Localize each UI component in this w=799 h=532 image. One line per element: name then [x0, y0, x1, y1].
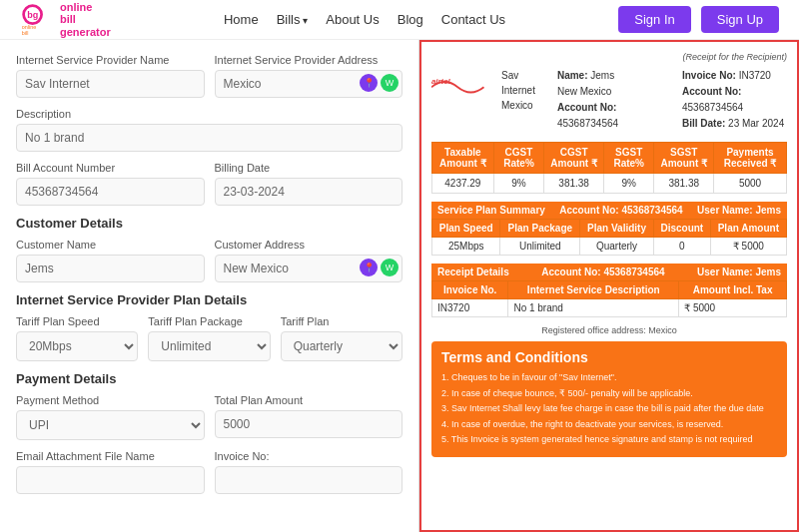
tariff-package-label: Tariff Plan Package [148, 315, 270, 327]
whatsapp-icon[interactable]: W [381, 74, 399, 92]
tax-col-taxable: Taxable Amount ₹ [432, 143, 494, 174]
payment-section-title: Payment Details [16, 371, 402, 386]
location-icon-2[interactable]: 📍 [360, 259, 378, 276]
tax-sgst-rate: 9% [603, 174, 653, 194]
receipt-customer-city: New Mexico [557, 84, 662, 100]
invoice-input[interactable] [215, 466, 403, 494]
tax-cgst-rate: 9% [493, 174, 544, 194]
receipt-account-label: Account No: [682, 86, 741, 97]
tax-table-row: 4237.29 9% 381.38 9% 381.38 5000 [432, 174, 787, 194]
site-header: bg online bill online bill generator Hom… [0, 0, 799, 40]
receipt-invoice-info: Invoice No: IN3720 Account No: 453687345… [682, 68, 787, 132]
total-amount-label: Total Plan Amount [215, 394, 403, 406]
plan-amount: ₹ 5000 [710, 238, 786, 256]
email-invoice-row: Email Attachment File Name Invoice No: [16, 450, 402, 494]
customer-address-icons: 📍 W [360, 259, 399, 276]
isp-name-input[interactable] [16, 70, 205, 98]
tariff-plan-select[interactable]: Quarterly [281, 331, 402, 361]
rd-description: No 1 brand [508, 299, 679, 317]
nav-about[interactable]: About Us [326, 12, 379, 27]
isp-address-icons: 📍 W [360, 74, 399, 92]
tax-cgst-amount: 381.38 [544, 174, 604, 194]
receipt-details-header-row: Invoice No. Internet Service Description… [432, 281, 787, 299]
svg-text:online: online [22, 24, 36, 30]
customer-section-title: Customer Details [16, 216, 402, 231]
receipt-details-table: Invoice No. Internet Service Description… [431, 280, 787, 317]
tariff-plan-label: Tariff Plan [281, 315, 402, 327]
tax-col-cgst-amount: CGST Amount ₹ [544, 143, 604, 174]
plan-table-header-row: Plan Speed Plan Package Plan Validity Di… [432, 220, 787, 238]
terms-title: Terms and Conditions [441, 349, 777, 365]
receipt-details-row: IN3720 No 1 brand ₹ 5000 [432, 299, 787, 317]
receipt-details-header: Receipt Details Account No: 45368734564 … [431, 264, 787, 280]
receipt-bill-date-label: Bill Date: [682, 118, 725, 129]
receipt-details-account: Account No: 45368734564 [541, 266, 664, 277]
tariff-speed-group: Tariff Plan Speed 20Mbps [16, 315, 138, 361]
receipt-account-no: 45368734564 [682, 102, 743, 113]
terms-item-5: 5. This Invoice is system generated henc… [441, 433, 777, 446]
payment-method-select[interactable]: UPI [16, 410, 205, 440]
receipt-customer-name-row: Name: Jems [557, 68, 662, 84]
tax-taxable: 4237.29 [432, 174, 494, 194]
signup-button[interactable]: Sign Up [701, 6, 779, 33]
payment-method-label: Payment Method [16, 394, 205, 406]
whatsapp-icon-2[interactable]: W [381, 259, 399, 276]
rd-col-amount: Amount Incl. Tax [679, 281, 787, 299]
service-plan-header: Service Plan Summary Account No: 4536873… [431, 202, 787, 219]
tariff-package-select[interactable]: Unlimited [148, 331, 270, 361]
plan-col-discount: Discount [653, 220, 710, 238]
tax-table-header-row: Taxable Amount ₹ CGST Rate% CGST Amount … [432, 143, 787, 174]
email-input[interactable] [16, 466, 205, 494]
customer-name-address-row: Customer Name Customer Address 📍 W [16, 239, 402, 282]
main-layout: Internet Service Provider Name Internet … [0, 40, 799, 532]
nav-blog[interactable]: Blog [398, 12, 423, 27]
description-label: Description [16, 108, 402, 120]
billing-date-input[interactable] [215, 178, 403, 206]
rd-amount: ₹ 5000 [679, 299, 787, 317]
customer-name-input[interactable] [16, 255, 205, 282]
plan-speed: 25Mbps [432, 238, 500, 256]
location-icon[interactable]: 📍 [360, 74, 378, 92]
customer-name-label: Customer Name [16, 239, 205, 251]
total-amount-group: Total Plan Amount [215, 394, 403, 440]
plan-col-validity: Plan Validity [580, 220, 654, 238]
terms-item-4: 4. In case of overdue, the right to deac… [441, 418, 777, 431]
tax-col-sgst-amount: SGST Amount ₹ [654, 143, 714, 174]
billing-date-group: Billing Date [215, 162, 403, 206]
isp-plan-section-title: Internet Service Provider Plan Details [16, 292, 402, 307]
logo-icon: bg online bill [20, 2, 56, 38]
tariff-package-group: Tariff Plan Package Unlimited [148, 315, 270, 361]
nav-home[interactable]: Home [224, 12, 259, 27]
account-billing-row: Bill Account Number Billing Date [16, 162, 402, 206]
customer-name-group: Customer Name [16, 239, 205, 282]
total-amount-input[interactable] [215, 410, 403, 438]
plan-package: Unlimited [500, 238, 580, 256]
logo-text: online bill generator [60, 1, 111, 37]
customer-address-input-wrapper: 📍 W [215, 255, 403, 282]
terms-item-3: 3. Sav Internet Shall levy late fee char… [441, 402, 777, 415]
payment-row: Payment Method UPI Total Plan Amount [16, 394, 402, 440]
signin-button[interactable]: Sign In [618, 6, 690, 33]
email-label: Email Attachment File Name [16, 450, 205, 462]
nav-bills[interactable]: Bills [277, 12, 309, 27]
tariff-speed-select[interactable]: 20Mbps [16, 331, 138, 361]
invoice-label: Invoice No: [215, 450, 403, 462]
bill-account-group: Bill Account Number [16, 162, 205, 206]
receipt-account-label2: Account No: [557, 102, 616, 113]
plan-table: Plan Speed Plan Package Plan Validity Di… [431, 219, 787, 256]
description-input[interactable] [16, 124, 402, 152]
receipt-isp-info: Sav Internet Mexico [501, 68, 547, 113]
rd-invoice: IN3720 [432, 299, 508, 317]
rd-col-invoice: Invoice No. [432, 281, 508, 299]
tax-col-payments: Payments Received ₹ [714, 143, 787, 174]
svg-text:bill: bill [22, 30, 29, 36]
tax-col-sgst-rate: SGST Rate% [603, 143, 653, 174]
logo: bg online bill online bill generator [20, 1, 111, 37]
receipt-customer-name: Jems [590, 70, 614, 81]
nav-contact[interactable]: Contact Us [441, 12, 505, 27]
bill-account-label: Bill Account Number [16, 162, 205, 174]
svg-text:bg: bg [27, 10, 38, 20]
bill-account-input[interactable] [16, 178, 205, 206]
description-group: Description [16, 108, 402, 152]
isp-address-input-wrapper: 📍 W [215, 70, 403, 98]
